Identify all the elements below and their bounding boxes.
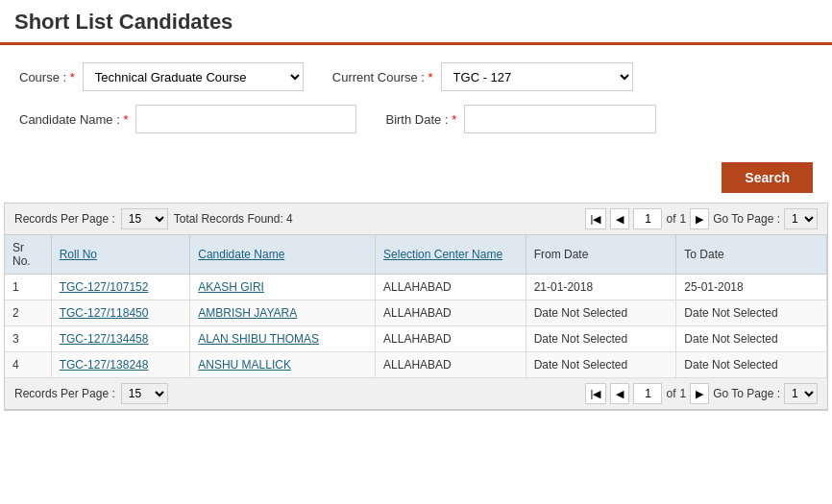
col-header-from: From Date <box>526 235 676 275</box>
name-link[interactable]: AKASH GIRI <box>198 280 264 294</box>
roll-sort-link[interactable]: Roll No <box>60 248 97 261</box>
cell-center: ALLAHABAD <box>376 352 526 378</box>
table-body: 1 TGC-127/107152 AKASH GIRI ALLAHABAD 21… <box>5 275 827 378</box>
cell-to: 25-01-2018 <box>676 275 827 300</box>
search-btn-row: Search <box>0 156 832 203</box>
first-page-btn-bottom[interactable]: |◀ <box>585 383 607 404</box>
birth-date-label: Birth Date : * <box>385 112 456 127</box>
table-row: 3 TGC-127/134458 ALAN SHIBU THOMAS ALLAH… <box>5 326 827 352</box>
course-required: * <box>70 70 75 84</box>
goto-select-bottom[interactable]: 1 <box>784 383 818 404</box>
table-row: 2 TGC-127/118450 AMBRISH JAYARA ALLAHABA… <box>5 300 827 326</box>
cell-name: AKASH GIRI <box>190 275 376 300</box>
records-per-page-label: Records Per Page : <box>14 212 115 226</box>
col-header-center: Selection Center Name <box>376 235 526 275</box>
name-link[interactable]: AMBRISH JAYARA <box>198 306 297 320</box>
form-section: Course : * Technical Graduate Course NDA… <box>0 45 832 156</box>
name-sort-link[interactable]: Candidate Name <box>198 248 284 261</box>
cell-roll: TGC-127/134458 <box>51 326 190 352</box>
prev-page-btn-bottom[interactable]: ◀ <box>610 383 629 404</box>
bottom-controls-left: Records Per Page : 15 25 50 100 <box>14 383 168 404</box>
col-header-sr: Sr No. <box>5 235 51 275</box>
goto-select-top[interactable]: 1 <box>784 208 818 229</box>
controls-left: Records Per Page : 15 25 50 100 Total Re… <box>14 208 293 229</box>
cell-roll: TGC-127/118450 <box>51 300 190 326</box>
current-course-label: Current Course : * <box>332 70 433 84</box>
cell-center: ALLAHABAD <box>376 300 526 326</box>
page-num-input-top[interactable] <box>633 208 662 229</box>
total-pages-bottom: 1 <box>679 387 686 400</box>
cell-to: Date Not Selected <box>676 352 827 378</box>
first-page-btn-top[interactable]: |◀ <box>585 208 607 229</box>
birth-date-required: * <box>452 112 456 127</box>
total-pages-top: 1 <box>679 212 686 226</box>
per-page-select-top[interactable]: 15 25 50 100 <box>121 208 168 229</box>
candidate-name-input[interactable] <box>135 105 356 133</box>
prev-page-btn-top[interactable]: ◀ <box>610 208 629 229</box>
col-header-name: Candidate Name <box>190 235 376 275</box>
cell-roll: TGC-127/138248 <box>51 352 190 378</box>
course-label: Course : * <box>19 70 75 84</box>
current-course-group: Current Course : * TGC - 127 TGC - 128 T… <box>332 62 633 91</box>
table-scroll-area: Sr No. Roll No Candidate Name Selection … <box>5 235 827 378</box>
cell-from: Date Not Selected <box>526 326 676 352</box>
course-select[interactable]: Technical Graduate Course NDA Course CDS… <box>83 62 304 91</box>
total-records-text: Total Records Found: 4 <box>174 212 293 226</box>
candidate-name-required: * <box>123 112 128 127</box>
data-table: Sr No. Roll No Candidate Name Selection … <box>5 235 827 378</box>
of-label-bottom: of <box>666 387 675 400</box>
next-page-btn-top[interactable]: ▶ <box>690 208 709 229</box>
current-course-select[interactable]: TGC - 127 TGC - 128 TGC - 129 <box>441 62 633 91</box>
name-link[interactable]: ANSHU MALLICK <box>198 358 291 372</box>
cell-roll: TGC-127/107152 <box>51 275 190 300</box>
cell-from: Date Not Selected <box>526 352 676 378</box>
cell-sr: 4 <box>5 352 51 378</box>
controls-right: |◀ ◀ of 1 ▶ Go To Page : 1 <box>585 208 818 229</box>
cell-name: AMBRISH JAYARA <box>190 300 376 326</box>
roll-link[interactable]: TGC-127/118450 <box>60 306 149 320</box>
table-header-row: Sr No. Roll No Candidate Name Selection … <box>5 235 827 275</box>
cell-name: ALAN SHIBU THOMAS <box>190 326 376 352</box>
page-num-input-bottom[interactable] <box>633 383 662 404</box>
cell-sr: 1 <box>5 275 51 300</box>
page-title: Short List Candidates <box>14 10 232 34</box>
roll-link[interactable]: TGC-127/107152 <box>60 280 149 294</box>
candidate-name-group: Candidate Name : * <box>19 105 356 133</box>
table-row: 1 TGC-127/107152 AKASH GIRI ALLAHABAD 21… <box>5 275 827 300</box>
cell-name: ANSHU MALLICK <box>190 352 376 378</box>
roll-link[interactable]: TGC-127/134458 <box>60 332 149 346</box>
form-row-1: Course : * Technical Graduate Course NDA… <box>19 62 813 91</box>
cell-to: Date Not Selected <box>676 326 827 352</box>
goto-label-top: Go To Page : <box>713 212 780 226</box>
cell-sr: 3 <box>5 326 51 352</box>
birth-date-group: Birth Date : * <box>385 105 656 133</box>
cell-sr: 2 <box>5 300 51 326</box>
current-course-required: * <box>428 70 433 84</box>
col-header-roll: Roll No <box>51 235 190 275</box>
birth-date-input[interactable] <box>464 105 656 133</box>
candidate-name-label: Candidate Name : * <box>19 112 128 127</box>
cell-to: Date Not Selected <box>676 300 827 326</box>
page-header: Short List Candidates <box>0 0 832 45</box>
name-link[interactable]: ALAN SHIBU THOMAS <box>198 332 319 346</box>
top-table-controls: Records Per Page : 15 25 50 100 Total Re… <box>5 204 827 235</box>
cell-center: ALLAHABAD <box>376 275 526 300</box>
roll-link[interactable]: TGC-127/138248 <box>60 358 149 372</box>
records-per-page-label-bottom: Records Per Page : <box>14 387 115 400</box>
form-row-2: Candidate Name : * Birth Date : * <box>19 105 813 133</box>
goto-label-bottom: Go To Page : <box>713 387 780 400</box>
table-row: 4 TGC-127/138248 ANSHU MALLICK ALLAHABAD… <box>5 352 827 378</box>
search-button[interactable]: Search <box>722 162 813 193</box>
cell-from: Date Not Selected <box>526 300 676 326</box>
of-label-top: of <box>666 212 675 226</box>
cell-from: 21-01-2018 <box>526 275 676 300</box>
bottom-controls-right: |◀ ◀ of 1 ▶ Go To Page : 1 <box>585 383 818 404</box>
course-group: Course : * Technical Graduate Course NDA… <box>19 62 304 91</box>
next-page-btn-bottom[interactable]: ▶ <box>690 383 709 404</box>
cell-center: ALLAHABAD <box>376 326 526 352</box>
per-page-select-bottom[interactable]: 15 25 50 100 <box>121 383 168 404</box>
center-sort-link[interactable]: Selection Center Name <box>383 248 502 261</box>
bottom-table-controls: Records Per Page : 15 25 50 100 |◀ ◀ of … <box>5 378 827 410</box>
table-wrapper: Records Per Page : 15 25 50 100 Total Re… <box>4 203 828 411</box>
col-header-to: To Date <box>676 235 827 275</box>
